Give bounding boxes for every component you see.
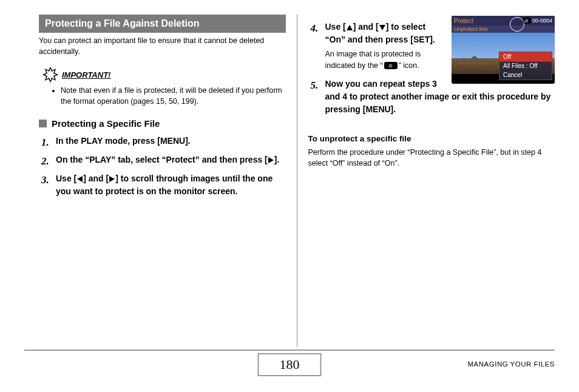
left-column: Protecting a File Against Deletion You c… — [39, 15, 297, 347]
step-2-text-a: On the “PLAY” tab, select “Protect” and … — [56, 155, 268, 164]
protect-key-icon — [384, 62, 398, 69]
left-arrow-icon — [77, 176, 83, 182]
subheading: Protecting a Specific File — [52, 118, 160, 129]
burst-icon — [42, 67, 58, 83]
step-3-text-a: Use [ — [56, 174, 76, 183]
step-1: In the PLAY mode, press [MENU]. — [41, 135, 283, 147]
step-2-text-b: ]. — [274, 155, 280, 164]
intro-text: You can protect an important file to ens… — [39, 35, 286, 57]
footer-divider — [24, 350, 555, 351]
up-arrow-icon — [347, 25, 353, 30]
down-arrow-icon — [379, 25, 385, 30]
step-5: Now you can repeat steps 3 and 4 to prot… — [311, 78, 553, 116]
step-3: Use [] and [] to scroll through images u… — [41, 172, 283, 198]
square-bullet-icon — [39, 120, 47, 127]
right-column: Protect ⊘ 00-0004 Unprotect this Off All… — [297, 15, 555, 347]
chapter-label: MANAGING YOUR FILES — [468, 360, 555, 368]
steps-right: Use [] and [] to select “On” and then pr… — [308, 21, 555, 116]
right-arrow-icon — [268, 157, 274, 163]
unprotect-body: Perform the procedure under “Protecting … — [308, 147, 555, 170]
section-heading: Protecting a File Against Deletion — [39, 15, 286, 33]
important-label: IMPORTANT! — [62, 70, 110, 79]
step-4-sub: An image that is protected is indicated … — [325, 49, 553, 72]
subheading-row: Protecting a Specific File — [39, 118, 286, 129]
step-4-text-b: ] and [ — [353, 22, 379, 32]
important-callout: IMPORTANT! — [42, 67, 286, 83]
page-number: 180 — [258, 353, 322, 376]
page-footer: 180 MANAGING YOUR FILES — [24, 350, 555, 384]
step-4-text-a: Use [ — [325, 22, 346, 32]
right-arrow-icon — [109, 176, 115, 182]
unprotect-heading: To unprotect a specific file — [308, 134, 555, 143]
step-2: On the “PLAY” tab, select “Protect” and … — [41, 154, 283, 166]
important-note: Note that even if a file is protected, i… — [61, 85, 286, 107]
page-body: Protecting a File Against Deletion You c… — [0, 0, 579, 347]
step-3-text-b: ] and [ — [83, 174, 109, 183]
important-note-list: Note that even if a file is protected, i… — [61, 85, 286, 107]
step-4: Use [] and [] to select “On” and then pr… — [311, 21, 553, 72]
steps-left: In the PLAY mode, press [MENU]. On the “… — [39, 135, 286, 198]
step-4-sub-b: ” icon. — [399, 61, 419, 70]
